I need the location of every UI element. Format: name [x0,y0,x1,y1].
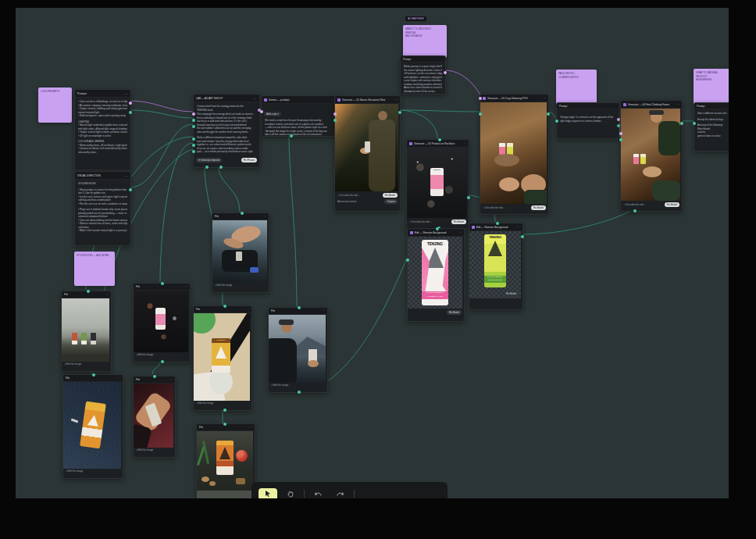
edit-instruction-field[interactable]: ✎ Describe the edit… [483,206,530,209]
more-icon[interactable]: ⋯ [517,226,520,229]
sticky-note-style[interactable]: STYLE NOTES — ADD MORE [74,252,115,286]
connection-port[interactable] [555,120,558,123]
edit-instruction-field[interactable]: ✎ Describe the edit… [409,220,450,223]
connection-port[interactable] [260,110,263,113]
connection-port[interactable] [192,137,195,141]
edit-instruction-field[interactable]: ✎ Describe the edit… [623,203,663,206]
connection-port[interactable] [129,111,132,114]
connection-port[interactable] [479,112,482,116]
file-image-graffiti[interactable]: TENZING [194,313,250,401]
remodel-button[interactable]: Re-Model [665,202,679,207]
file-node-darkrock[interactable]: File⋯ + Edit this image [133,283,191,362]
file-node-graffiti[interactable]: File⋯ TENZING + Edit this image [193,305,252,411]
connection-port[interactable] [223,305,226,308]
file-node-mountain-man[interactable]: File⋯ + Edit this image [268,307,328,393]
file-caption[interactable]: + Edit this image [271,384,325,387]
connection-port[interactable] [241,212,244,215]
more-icon[interactable]: ⋯ [463,142,466,145]
remodel-button[interactable]: Re-Model [447,310,462,315]
generate-node-forest[interactable]: Generate — 01 Nature Situational Shot⋯ ✎… [334,95,401,212]
remodel-button[interactable]: Re-Model [531,205,546,210]
prompt-node-pack[interactable]: Prompt Change angle: it's central or on … [556,102,619,139]
more-icon[interactable]: ⋯ [394,98,398,102]
generate-improve-button[interactable]: ⟳ Generate improve [196,158,222,162]
remodel-button[interactable]: Re-Model [383,193,398,198]
connection-port[interactable] [521,235,524,238]
connection-port[interactable] [192,112,195,116]
file-image-maroon[interactable] [134,384,173,448]
connection-port[interactable] [547,112,550,116]
more-icon[interactable]: ⋯ [246,308,249,311]
file-caption[interactable]: + Edit this image [64,362,109,366]
more-icon[interactable]: ⋯ [169,378,173,381]
remodel-button[interactable]: Re-Model [504,291,519,296]
file-caption[interactable]: + Edit this image [196,402,249,405]
connection-port[interactable] [161,360,164,363]
file-node-mist-cans[interactable]: File⋯ + Edit this image [61,291,112,372]
connection-port[interactable] [290,134,293,137]
prompt-node-swap[interactable]: Prompt Start a different version into th… [694,102,729,152]
connection-port[interactable] [219,166,223,169]
connection-port[interactable] [398,111,401,114]
file-image-fruit[interactable] [197,431,253,498]
add-script-tab[interactable]: Add script ▾ [264,112,281,116]
more-icon[interactable]: ⋯ [105,293,109,296]
connection-port[interactable] [129,188,132,191]
more-icon[interactable]: ⋯ [322,309,325,312]
more-icon[interactable]: ⋯ [543,97,546,100]
more-icon[interactable]: ⋯ [117,377,120,380]
more-icon[interactable]: ⋯ [676,103,679,106]
generated-image-climb2[interactable] [621,109,680,201]
text-node-prompts[interactable]: Prompts— • Cans can be in chilled bags, … [74,89,131,170]
file-caption[interactable]: + Edit this image [136,353,187,356]
sticky-note-pack[interactable]: PACK SHOTS /CLIMBING SHOTS [556,70,597,107]
generated-image-rockcan[interactable]: TENZING ✦ ✦ [407,148,467,218]
generated-image-climb1[interactable] [480,102,547,204]
connection-port[interactable] [438,138,441,141]
file-image-darkrock[interactable] [134,291,188,352]
gemini-prompts-node[interactable]: Gemini — prompts⋯ Add script ▾ We need a… [261,95,337,137]
collapse-icon[interactable]: — [125,174,128,177]
file-node-crouch[interactable]: File⋯ + Edit this image [212,212,269,293]
task-node-ad-art-shoot[interactable]: LAB — AD ART SHOOT— Creative brief from … [193,94,260,168]
collapse-icon[interactable]: — [125,92,128,95]
pan-tool-button[interactable] [281,488,300,499]
sticky-note-swap[interactable]: SWAP TO NATURALPRODUCTRENDERINGS [694,69,729,106]
connection-port[interactable] [467,196,470,199]
connection-port[interactable] [205,166,209,169]
redo-button[interactable] [331,488,350,499]
file-image-mountain[interactable] [269,315,326,383]
remodel-button[interactable]: Re-Model [451,220,466,224]
generated-image-forest[interactable] [335,104,398,191]
connection-port[interactable] [693,122,696,125]
edit-instruction-field[interactable]: ✎ Describe the edit… [337,194,381,197]
connection-port[interactable] [87,290,90,293]
connection-port[interactable] [161,282,164,285]
connection-port[interactable] [619,138,622,141]
more-icon[interactable]: ⋯ [184,285,187,288]
edit-node-pink-can[interactable]: Edit — Remove Background⋯ TENZING NATURA… [407,228,465,322]
connection-port[interactable] [192,144,195,147]
connection-port[interactable] [444,71,447,74]
connection-port[interactable] [406,259,409,262]
sticky-note-logo[interactable]: LOGO PROMPTS [38,87,72,123]
connection-port[interactable] [298,306,301,309]
rephrase-button[interactable]: Re-Phrase [241,158,257,162]
connection-port[interactable] [436,227,439,230]
connection-port[interactable] [333,112,337,116]
connection-port[interactable] [192,119,195,122]
connection-port[interactable] [223,423,226,426]
file-node-denim[interactable]: File⋯ + Edit this image [62,374,123,479]
file-caption[interactable]: + Edit this image [136,448,173,452]
cutout-image-lime-can[interactable]: TENZING NATURAL ENERGYPINEAPPLE & LIME R… [469,231,521,298]
connection-port[interactable] [129,102,132,105]
sticky-note-top[interactable]: MAKE IT 15 SECONDS /PRECISEAND DETAILED [403,25,447,58]
more-icon[interactable]: ⋯ [263,215,266,218]
file-image-crouch[interactable] [212,220,267,283]
generate-node-rockface[interactable]: Generate — 02 Product on Rockface⋯ TENZI… [406,139,469,229]
undo-button[interactable] [308,488,327,499]
more-icon[interactable]: ⋯ [249,426,252,429]
file-caption[interactable]: + Edit this image [215,284,266,287]
file-image-denim[interactable] [63,382,121,469]
connection-port[interactable] [153,375,156,378]
